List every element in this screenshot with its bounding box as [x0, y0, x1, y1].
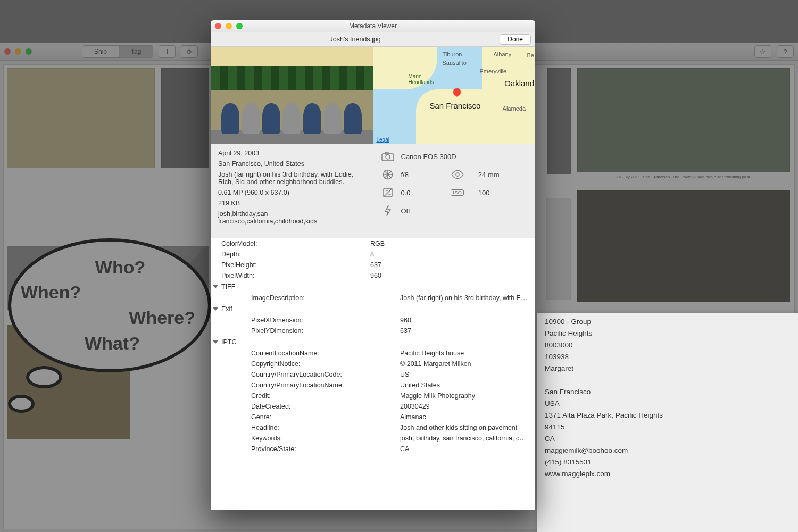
meta-key: PixelYDimension: [211, 327, 400, 335]
meta-value: josh, birthday, san francisco, californi… [400, 435, 531, 442]
iso-icon: ISO [451, 187, 464, 198]
camera-panel: Canon EOS 300D f/8 24 mm 0.0 ISO 100 Off [373, 144, 536, 238]
meta-value: Pacific Heights house [400, 350, 531, 357]
map-label: Oakland [504, 79, 534, 88]
chevron-down-icon [213, 307, 218, 311]
summary-caption: Josh (far right) on his 3rd birthday, wi… [218, 171, 365, 186]
map-label: Emeryville [480, 68, 507, 74]
meta-key: Genre: [211, 413, 400, 421]
side-row: 103938 [545, 351, 798, 363]
group-iptc[interactable]: IPTC [211, 336, 535, 348]
svg-point-4 [456, 173, 459, 176]
meta-value: CA [400, 445, 531, 453]
meta-key: CopyrightNotice: [211, 360, 400, 368]
summary-pixels: 0.61 MP (960.0 x 637.0) [218, 189, 365, 196]
side-row: CA [545, 433, 798, 445]
side-row: maggiemilk@boohoo.com [545, 445, 798, 456]
summary-panel: April 29, 2003 San Francisco, United Sta… [211, 144, 373, 238]
file-header: Josh's friends.jpg Done [211, 32, 535, 47]
meta-value: United States [400, 381, 531, 389]
side-row: 8003000 [545, 339, 798, 351]
svg-point-2 [386, 155, 390, 159]
meta-key: PixelXDimension: [211, 317, 400, 324]
map-label: Alameda [503, 105, 526, 112]
chevron-down-icon [213, 340, 218, 344]
meta-key: Credit: [211, 392, 400, 400]
meta-key: PixelWidth: [211, 272, 370, 279]
meta-key: Province/State: [211, 445, 400, 453]
meta-key: ImageDescription: [211, 294, 400, 302]
map-label: Be [527, 52, 534, 59]
exposure-value: 0.0 [401, 189, 451, 197]
metadata-viewer-window: Metadata Viewer Josh's friends.jpg Done … [211, 20, 535, 510]
exposure-icon [381, 187, 395, 198]
side-row: USA [545, 398, 798, 410]
camera-model: Canon EOS 300D [401, 153, 528, 161]
meta-value: RGB [370, 240, 531, 247]
meta-key: PixelHeight: [211, 261, 370, 269]
group-exif[interactable]: Exif [211, 303, 535, 315]
meta-key: Country/PrimaryLocationName: [211, 381, 400, 389]
focal-length-icon [451, 169, 464, 180]
summary-location: San Francisco, United States [218, 160, 365, 168]
file-name: Josh's friends.jpg [211, 36, 500, 43]
side-row: www.maggiepix.com [545, 468, 798, 480]
meta-key: Depth: [211, 251, 370, 258]
meta-value: 960 [400, 317, 531, 324]
iso-value: 100 [478, 189, 528, 197]
focal-length-value: 24 mm [478, 171, 528, 179]
meta-value: Maggie Milk Photography [400, 392, 531, 400]
map-pin-icon [453, 88, 461, 96]
done-button[interactable]: Done [500, 34, 531, 45]
meta-value: 960 [370, 272, 531, 279]
aperture-value: f/8 [401, 171, 451, 179]
side-row: Margaret [545, 363, 798, 375]
meta-key: ColorModel: [211, 240, 370, 247]
camera-icon [381, 151, 395, 162]
side-row: Pacific Heights [545, 328, 798, 339]
meta-key: DateCreated: [211, 403, 400, 410]
flash-value: Off [401, 207, 528, 215]
side-row: San Francisco [545, 386, 798, 398]
meta-value: © 2011 Margaret Milken [400, 360, 531, 368]
aperture-icon [381, 169, 395, 180]
meta-value: US [400, 371, 531, 378]
meta-key: Keywords: [211, 435, 400, 442]
meta-value: 8 [370, 251, 531, 258]
flash-icon [381, 205, 395, 216]
meta-key: Headline: [211, 424, 400, 431]
zoom-icon[interactable] [236, 23, 243, 29]
metadata-table[interactable]: ColorModel:RGB Depth:8 PixelHeight:637 P… [211, 238, 535, 510]
map-view[interactable]: Tiburon Sausalito Emeryville Albany Be M… [373, 47, 536, 144]
meta-value: 637 [370, 261, 531, 269]
group-tiff[interactable]: TIFF [211, 281, 535, 293]
summary-keywords: josh,birthday,san francisco,california,c… [218, 210, 365, 225]
side-row: (415) 8315531 [545, 456, 798, 468]
meta-value: 637 [400, 327, 531, 335]
window-title: Metadata Viewer [211, 22, 535, 30]
svg-rect-1 [385, 152, 388, 154]
side-row: 94115 [545, 421, 798, 433]
close-icon[interactable] [215, 23, 221, 29]
meta-value: Josh and other kids sitting on pavement [400, 424, 531, 431]
map-label: Sausalito [443, 60, 467, 66]
meta-value: Josh (far right) on his 3rd birthday, wi… [400, 294, 531, 302]
meta-value: Almanac [400, 413, 531, 421]
chevron-down-icon [213, 285, 218, 288]
map-label: San Francisco [430, 101, 481, 110]
meta-value: 20030429 [400, 403, 531, 410]
titlebar[interactable]: Metadata Viewer [211, 20, 535, 32]
map-label: Marin Headlands [409, 73, 434, 85]
meta-key: Country/PrimaryLocationCode: [211, 371, 400, 378]
meta-key: ContentLocationName: [211, 350, 400, 357]
side-row: 10900 - Group [545, 316, 798, 328]
map-label: Tiburon [443, 51, 462, 57]
side-row: 1371 Alta Plaza Park, Pacific Heights [545, 410, 798, 421]
side-panel: 10900 - Group Pacific Heights 8003000 10… [537, 313, 798, 532]
minimize-icon[interactable] [226, 23, 232, 29]
map-label: Albany [494, 51, 512, 57]
map-legal-link[interactable]: Legal [377, 137, 389, 143]
summary-date: April 29, 2003 [218, 149, 365, 157]
summary-filesize: 219 KB [218, 200, 365, 207]
preview-image [211, 47, 373, 144]
